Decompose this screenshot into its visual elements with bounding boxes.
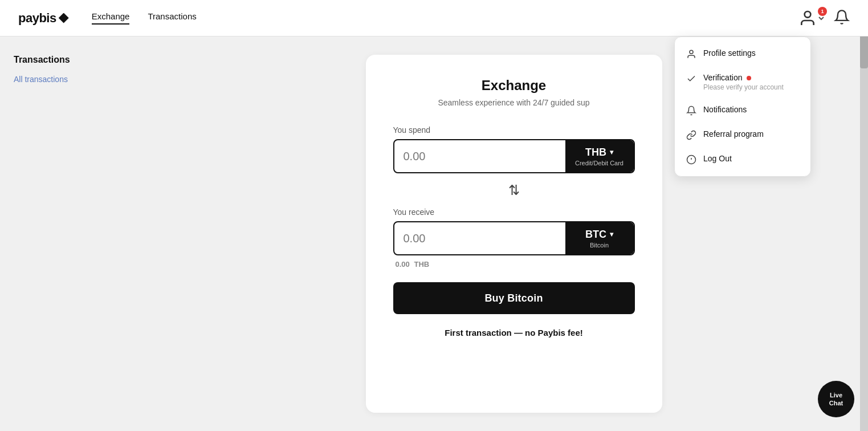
- spend-input-row: THB ▾ Credit/Debit Card: [393, 139, 635, 173]
- logout-icon: [686, 154, 696, 165]
- footer-note: First transaction — no Paybis fee!: [393, 328, 635, 338]
- receive-input-row: BTC ▾ Bitcoin: [393, 221, 635, 255]
- sidebar-all-transactions[interactable]: All transactions: [14, 75, 68, 84]
- verification-sub: Please verify your account: [703, 83, 784, 91]
- dropdown-item-referral-content: Referral program: [703, 129, 764, 139]
- spend-currency-top: THB ▾: [585, 147, 613, 158]
- sidebar-title: Transactions: [14, 55, 146, 65]
- sidebar: Transactions All transactions: [0, 36, 160, 431]
- main-nav: Exchange Transactions: [92, 11, 798, 25]
- dropdown-item-verification[interactable]: Verification Please verify your account: [675, 66, 810, 98]
- notifications-icon: [686, 105, 696, 116]
- scrollbar[interactable]: [860, 0, 868, 431]
- dropdown-item-logout-content: Log Out: [703, 154, 732, 163]
- logo-diamond-icon: [59, 13, 69, 23]
- live-chat-label: LiveChat: [829, 391, 843, 408]
- user-dropdown-menu: Profile settings Verification Please ver…: [674, 36, 811, 177]
- nav-transactions[interactable]: Transactions: [148, 11, 196, 25]
- header: paybis Exchange Transactions 1: [0, 0, 868, 36]
- dropdown-item-logout[interactable]: Log Out: [675, 147, 810, 172]
- user-icon: [798, 9, 817, 27]
- svg-point-1: [690, 50, 693, 54]
- exchange-title: Exchange: [393, 78, 635, 93]
- profile-settings-label: Profile settings: [703, 48, 756, 58]
- spend-currency-sub: Credit/Debit Card: [575, 160, 624, 166]
- dropdown-item-notifications[interactable]: Notifications: [675, 98, 810, 123]
- receive-label: You receive: [393, 208, 635, 217]
- receive-amount-input[interactable]: [394, 222, 565, 254]
- spend-chevron-icon: ▾: [610, 148, 613, 156]
- receive-currency-code: BTC: [585, 229, 606, 241]
- logo[interactable]: paybis: [18, 11, 69, 26]
- header-actions: 1: [798, 9, 850, 27]
- rate-value: 0.00: [396, 260, 410, 269]
- user-menu-button[interactable]: 1: [798, 9, 825, 27]
- receive-currency-top: BTC ▾: [585, 229, 613, 241]
- dropdown-item-referral[interactable]: Referral program: [675, 123, 810, 147]
- dropdown-item-profile-content: Profile settings: [703, 48, 756, 58]
- receive-currency-sub: Bitcoin: [590, 242, 609, 249]
- exchange-subtitle: Seamless experience with 24/7 guided sup: [393, 98, 635, 107]
- bell-button[interactable]: [834, 9, 850, 27]
- nav-exchange[interactable]: Exchange: [92, 11, 130, 25]
- referral-icon: [686, 130, 696, 140]
- receive-section: You receive BTC ▾ Bitcoin 0.00 THB: [393, 208, 635, 269]
- referral-label: Referral program: [703, 129, 764, 139]
- bell-icon: [834, 9, 850, 25]
- spend-section: You spend THB ▾ Credit/Debit Card: [393, 125, 635, 173]
- dropdown-item-profile[interactable]: Profile settings: [675, 42, 810, 66]
- dropdown-item-notifications-content: Notifications: [703, 105, 747, 114]
- user-notification-badge: 1: [818, 7, 827, 16]
- swap-icon-wrap: ⇅: [393, 173, 635, 208]
- rate-currency: THB: [414, 260, 429, 269]
- notifications-label: Notifications: [703, 105, 747, 114]
- logout-label: Log Out: [703, 154, 732, 163]
- receive-currency-badge[interactable]: BTC ▾ Bitcoin: [565, 222, 634, 254]
- svg-point-0: [805, 11, 811, 18]
- spend-currency-badge[interactable]: THB ▾ Credit/Debit Card: [565, 140, 634, 172]
- verification-label: Verification: [703, 73, 784, 82]
- profile-icon: [686, 49, 696, 59]
- spend-label: You spend: [393, 125, 635, 135]
- verification-icon: [686, 74, 696, 84]
- logo-text: paybis: [18, 11, 56, 26]
- live-chat-button[interactable]: LiveChat: [818, 381, 854, 417]
- dropdown-item-verification-content: Verification Please verify your account: [703, 73, 784, 91]
- verification-dot: [747, 76, 751, 80]
- exchange-card: Exchange Seamless experience with 24/7 g…: [366, 55, 662, 413]
- spend-currency-code: THB: [585, 147, 606, 158]
- swap-icon: ⇅: [508, 182, 520, 198]
- receive-chevron-icon: ▾: [610, 230, 613, 238]
- buy-bitcoin-button[interactable]: Buy Bitcoin: [393, 282, 635, 314]
- rate-display: 0.00 THB: [393, 260, 635, 269]
- spend-amount-input[interactable]: [394, 140, 565, 172]
